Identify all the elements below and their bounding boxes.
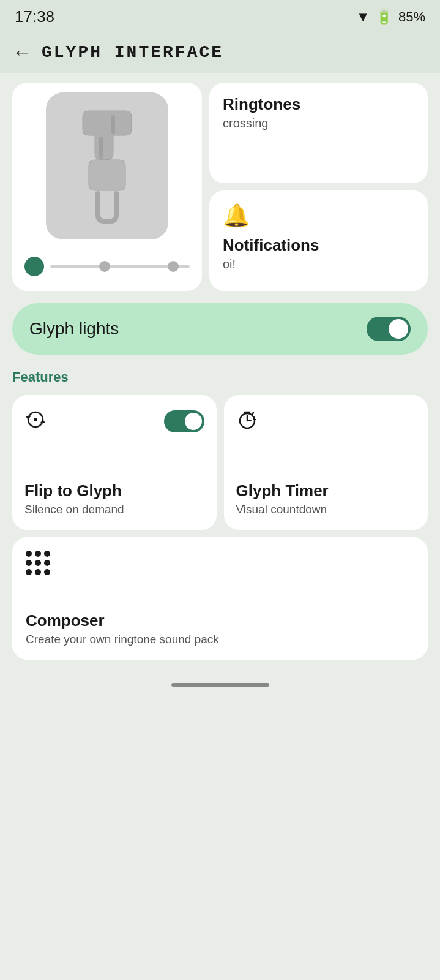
top-bar: ← GLYPH INTERFACE bbox=[0, 31, 440, 73]
svg-point-5 bbox=[34, 418, 37, 421]
dot-6 bbox=[44, 560, 50, 566]
composer-desc: Create your own ringtone sound pack bbox=[26, 633, 414, 646]
dot-4 bbox=[26, 560, 32, 566]
flip-to-glyph-toggle[interactable] bbox=[164, 410, 204, 432]
flip-to-glyph-card[interactable]: Flip to Glyph Silence on demand bbox=[12, 395, 217, 530]
bell-icon: 🔔 bbox=[223, 203, 414, 228]
flip-to-glyph-top bbox=[24, 409, 204, 434]
slider-thumb-1 bbox=[99, 261, 110, 272]
notifications-card[interactable]: 🔔 Notifications oi! bbox=[209, 190, 428, 291]
glyph-lights-bar[interactable]: Glyph lights bbox=[12, 303, 428, 355]
glyph-timer-top bbox=[236, 409, 416, 434]
dot-8 bbox=[35, 569, 41, 575]
notifications-subtitle: oi! bbox=[223, 257, 414, 271]
main-content: Ringtones crossing 🔔 Notifications oi! G… bbox=[0, 73, 440, 696]
slider-track[interactable] bbox=[50, 265, 190, 268]
flip-toggle-knob bbox=[185, 413, 202, 430]
features-grid: Flip to Glyph Silence on demand bbox=[12, 395, 428, 530]
glyph-timer-title: Glyph Timer bbox=[236, 481, 416, 500]
status-icons: ▼ 🔋 85% bbox=[356, 9, 425, 25]
flip-to-glyph-bottom: Flip to Glyph Silence on demand bbox=[24, 481, 204, 516]
composer-title: Composer bbox=[26, 611, 414, 630]
right-cards: Ringtones crossing 🔔 Notifications oi! bbox=[209, 83, 428, 291]
glyph-timer-card[interactable]: Glyph Timer Visual countdown bbox=[224, 395, 428, 530]
glyph-timer-desc: Visual countdown bbox=[236, 503, 416, 516]
glyph-lights-label: Glyph lights bbox=[29, 319, 119, 339]
back-button[interactable]: ← bbox=[12, 42, 32, 62]
ringtones-card[interactable]: Ringtones crossing bbox=[209, 83, 428, 183]
glyph-pattern-svg bbox=[46, 92, 168, 239]
home-indicator bbox=[12, 678, 428, 696]
dot-3 bbox=[44, 551, 50, 557]
battery-icon: 🔋 bbox=[376, 9, 392, 25]
page-title: GLYPH INTERFACE bbox=[42, 43, 223, 62]
glyph-timer-icon bbox=[236, 409, 258, 434]
ringtones-subtitle: crossing bbox=[223, 116, 414, 130]
composer-card[interactable]: Composer Create your own ringtone sound … bbox=[12, 537, 428, 660]
phone-graphic bbox=[46, 92, 168, 239]
phone-preview-card bbox=[12, 83, 202, 291]
svg-marker-4 bbox=[40, 420, 45, 423]
top-cards-row: Ringtones crossing 🔔 Notifications oi! bbox=[12, 73, 428, 291]
glyph-timer-bottom: Glyph Timer Visual countdown bbox=[236, 481, 416, 516]
features-section: Features bbox=[12, 369, 428, 660]
features-label: Features bbox=[12, 369, 428, 385]
composer-top bbox=[26, 551, 414, 575]
composer-bottom: Composer Create your own ringtone sound … bbox=[26, 611, 414, 646]
dot-7 bbox=[26, 569, 32, 575]
battery-percentage: 85% bbox=[398, 9, 425, 25]
slider-thumb-2 bbox=[168, 261, 179, 272]
wifi-icon: ▼ bbox=[356, 9, 370, 25]
flip-to-glyph-icon bbox=[24, 409, 47, 434]
notifications-title: Notifications bbox=[223, 236, 414, 255]
dot-9 bbox=[44, 569, 50, 575]
svg-marker-7 bbox=[253, 419, 256, 421]
flip-to-glyph-title: Flip to Glyph bbox=[24, 481, 204, 500]
toggle-knob bbox=[389, 319, 408, 339]
composer-icon bbox=[26, 551, 50, 575]
dot-2 bbox=[35, 551, 41, 557]
brightness-slider[interactable] bbox=[22, 252, 192, 281]
dot-1 bbox=[26, 551, 32, 557]
svg-marker-3 bbox=[26, 417, 31, 420]
ringtones-title: Ringtones bbox=[223, 95, 414, 114]
home-bar bbox=[171, 683, 269, 687]
dot-5 bbox=[35, 560, 41, 566]
status-time: 17:38 bbox=[15, 7, 54, 26]
flip-to-glyph-desc: Silence on demand bbox=[24, 503, 204, 516]
status-bar: 17:38 ▼ 🔋 85% bbox=[0, 0, 440, 31]
glyph-lights-toggle[interactable] bbox=[367, 317, 411, 341]
slider-icon bbox=[24, 257, 44, 276]
